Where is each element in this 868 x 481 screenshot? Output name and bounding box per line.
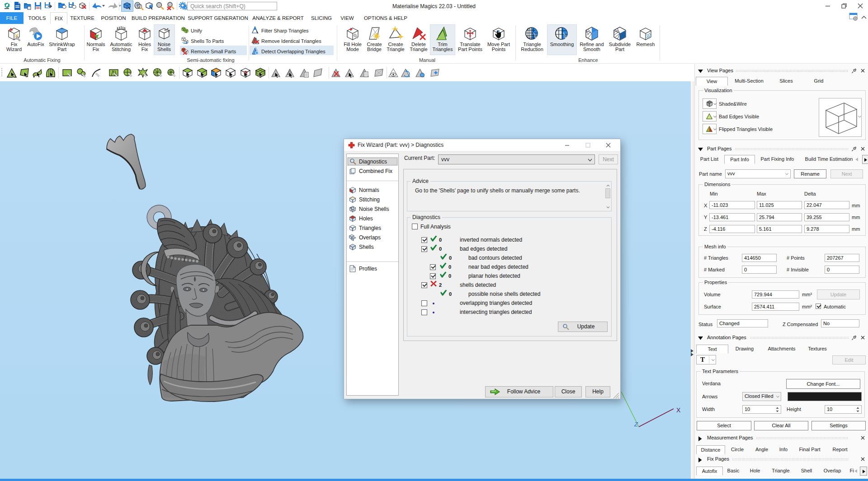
svg-text:Z: Z: [634, 421, 638, 428]
svg-text:X: X: [676, 406, 681, 414]
